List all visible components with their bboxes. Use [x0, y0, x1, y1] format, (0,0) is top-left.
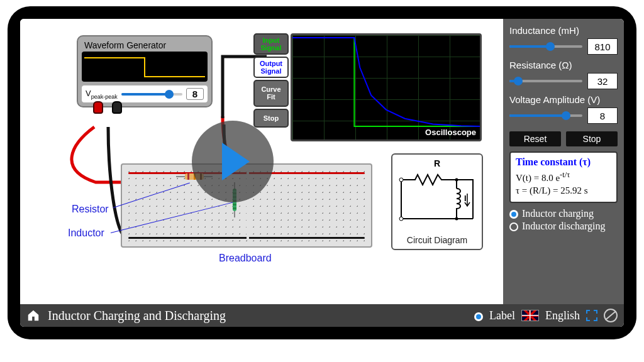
wavegen-display	[82, 52, 208, 82]
output-signal-button[interactable]: OutputSignal	[253, 57, 289, 78]
radio-discharging-label: Inductor discharging	[522, 221, 606, 232]
play-icon	[222, 143, 250, 180]
inductance-label: Inductance (mH)	[509, 25, 618, 36]
inductance-slider[interactable]	[509, 45, 582, 48]
vpp-slider[interactable]	[121, 93, 182, 96]
plug-red[interactable]	[93, 101, 103, 114]
tau-equation: τ = (R/L) = 25.92 s	[516, 185, 611, 196]
radio-charging-dot	[509, 210, 518, 219]
circuit-I-label: I	[464, 194, 467, 203]
vpp-label-sub: peak-peak	[91, 93, 118, 99]
screen: Waveform Generator Vpeak-peak	[20, 19, 624, 327]
scope-button-stack: InputSignal OutputSignal CurveFit Stop	[253, 33, 289, 128]
radio-discharging-dot	[509, 222, 518, 231]
wavegen-title: Waveform Generator	[82, 40, 208, 52]
inductance-value: 810	[587, 38, 618, 55]
page-title: Inductor Charging and Discharging	[48, 309, 467, 323]
bottom-bar: Inductor Charging and Discharging Label …	[20, 304, 624, 327]
curve-fit-button[interactable]: CurveFit	[253, 80, 289, 106]
tau-title: Time constant (τ)	[516, 156, 611, 168]
label-toggle-text: Label	[489, 309, 515, 322]
language-label: English	[545, 309, 580, 322]
svg-point-1	[399, 217, 403, 221]
voltage-value: 8	[587, 107, 618, 124]
vpp-label: Vpeak-peak	[86, 89, 118, 100]
vpp-value: 8	[186, 88, 204, 100]
waveform-generator: Waveform Generator Vpeak-peak	[77, 35, 213, 107]
voltage-label: Voltage Amplitude (V)	[509, 94, 618, 105]
home-icon[interactable]	[26, 309, 40, 322]
resistance-thumb[interactable]	[514, 77, 523, 85]
resistance-slider[interactable]	[509, 80, 582, 82]
radio-charging[interactable]: Inductor charging	[509, 208, 618, 219]
bottom-right-controls: Label English	[474, 309, 618, 322]
inductance-group: Inductance (mH) 810	[509, 25, 618, 55]
reset-button[interactable]: Reset	[509, 131, 561, 146]
svg-point-3	[455, 217, 458, 221]
circuit-diagram-box: R I Circuit Diagram	[391, 153, 483, 250]
voltage-thumb[interactable]	[562, 111, 570, 120]
circuit-diagram-title: Circuit Diagram	[392, 235, 482, 245]
input-signal-button[interactable]: InputSignal	[253, 33, 289, 55]
voltage-equation: V(t) = 8.0 e-t/τ	[516, 170, 611, 184]
fullscreen-icon[interactable]	[586, 310, 597, 321]
tablet-frame: Waveform Generator Vpeak-peak	[8, 6, 636, 339]
resistance-value: 32	[587, 73, 618, 89]
label-toggle-radio[interactable]	[474, 312, 483, 321]
voltage-group: Voltage Amplitude (V) 8	[509, 94, 618, 124]
control-panel: Inductance (mH) 810 Resistance (Ω)	[503, 19, 624, 304]
radio-discharging[interactable]: Inductor discharging	[509, 221, 618, 232]
voltage-eq-prefix: V(t) = 8.0 e	[516, 173, 560, 183]
inductance-thumb[interactable]	[546, 42, 555, 51]
mode-radio-group: Inductor charging Inductor discharging	[509, 208, 618, 232]
panel-buttons: Reset Stop	[509, 131, 618, 146]
main-area: Waveform Generator Vpeak-peak	[20, 19, 624, 304]
scope-stop-button[interactable]: Stop	[253, 109, 289, 128]
circuit-R-label: R	[396, 158, 478, 168]
time-constant-box: Time constant (τ) V(t) = 8.0 e-t/τ τ = (…	[509, 151, 618, 203]
radio-charging-label: Inductor charging	[522, 208, 594, 219]
plug-black[interactable]	[112, 101, 122, 114]
resistance-group: Resistance (Ω) 32	[509, 60, 618, 89]
oscilloscope: Oscilloscope	[291, 33, 482, 141]
flag-icon[interactable]	[521, 310, 539, 321]
wavegen-plugs	[93, 101, 122, 114]
workspace: Waveform Generator Vpeak-peak	[20, 19, 503, 304]
wavegen-controls: Vpeak-peak 8	[82, 85, 208, 102]
circuit-schematic: I	[396, 170, 478, 230]
oscilloscope-label: Oscilloscope	[425, 128, 476, 137]
inductor-callout: Inductor	[68, 228, 104, 239]
voltage-fill	[509, 114, 566, 117]
svg-point-0	[399, 178, 403, 182]
svg-point-2	[455, 178, 458, 182]
resistor-callout: Resistor	[72, 204, 109, 215]
vpp-label-v: V	[86, 89, 91, 98]
oscilloscope-traces	[292, 35, 480, 140]
vpp-slider-fill	[121, 93, 169, 96]
inductance-fill	[509, 45, 550, 48]
play-button[interactable]	[192, 121, 274, 202]
coil-icon[interactable]	[604, 309, 618, 322]
vpp-slider-thumb[interactable]	[165, 90, 174, 99]
panel-stop-button[interactable]: Stop	[566, 131, 618, 146]
voltage-eq-sup: -t/τ	[560, 170, 570, 179]
voltage-slider[interactable]	[509, 114, 582, 117]
resistance-label: Resistance (Ω)	[509, 60, 618, 70]
breadboard-callout: Breadboard	[219, 253, 272, 264]
